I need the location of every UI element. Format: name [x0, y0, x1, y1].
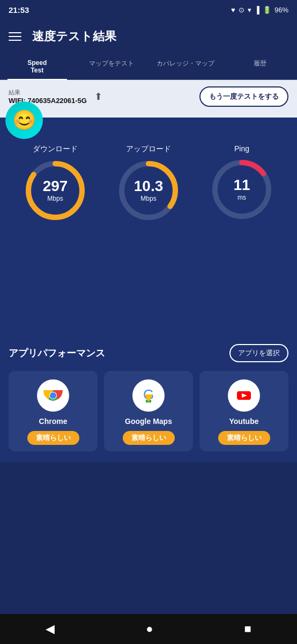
speed-area: 😊 ダウンロード 297 Mbps アップロード: [0, 118, 297, 239]
select-app-button[interactable]: アプリを選択: [229, 344, 288, 362]
tab-history[interactable]: 履歴: [223, 54, 298, 79]
maps-name: Google Maps: [125, 417, 172, 426]
chrome-rating: 素晴らしい: [27, 431, 79, 445]
nav-home-button[interactable]: ●: [142, 618, 157, 640]
battery-percent: 96%: [274, 6, 288, 14]
metric-download: ダウンロード 297 Mbps: [23, 144, 87, 223]
ping-label: Ping: [234, 144, 249, 153]
metric-ping: Ping 11 ms: [210, 144, 274, 222]
battery-icon: 🔋: [263, 6, 271, 14]
menu-button[interactable]: [9, 32, 21, 41]
youtube-rating: 素晴らしい: [218, 431, 270, 445]
apps-row: Chrome 素晴らしい G Google Maps 素晴らしい: [9, 371, 288, 451]
app-card-google-maps: G Google Maps 素晴らしい: [104, 371, 193, 451]
upload-label: アップロード: [126, 144, 171, 154]
nav-back-button[interactable]: ◀: [41, 618, 59, 640]
location-icon: ⊙: [239, 6, 244, 14]
download-unit: Mbps: [47, 195, 63, 202]
download-value: 297: [43, 179, 68, 194]
tab-map-test[interactable]: マップをテスト: [75, 54, 149, 79]
app-performance-section: アプリパフォーマンス アプリを選択 Chrome 素晴らしい: [0, 335, 297, 462]
status-bar: 21:53 ♥ ⊙ ▾ ▐ 🔋 96%: [0, 0, 297, 19]
upload-unit: Mbps: [140, 195, 156, 202]
app-section-header: アプリパフォーマンス アプリを選択: [9, 344, 288, 362]
result-label: 結果: [9, 89, 87, 97]
download-gauge: 297 Mbps: [23, 158, 87, 223]
app-title: 速度テスト結果: [32, 28, 116, 45]
nav-recent-button[interactable]: ■: [240, 618, 256, 640]
ping-value: 11: [233, 178, 250, 193]
wifi-icon: ▾: [248, 6, 251, 14]
retest-button[interactable]: もう一度テストをする: [199, 86, 288, 107]
youtube-name: Youtube: [229, 417, 259, 426]
result-header: 結果 WIFI: 740635A22061-5G ⬆ もう一度テストをする: [0, 80, 297, 118]
google-maps-icon: G: [132, 379, 165, 412]
app-section-title: アプリパフォーマンス: [9, 347, 105, 360]
app-card-youtube: Youtube 素晴らしい: [199, 371, 288, 451]
app-card-chrome: Chrome 素晴らしい: [9, 371, 98, 451]
navigation-bar: ◀ ● ■: [0, 614, 297, 644]
youtube-icon: [228, 379, 260, 412]
metrics-row: ダウンロード 297 Mbps アップロード: [9, 144, 288, 223]
spacer: [0, 239, 297, 335]
app-bar: 速度テスト結果: [0, 19, 297, 54]
status-icons: ♥ ⊙ ▾ ▐ 🔋 96%: [231, 6, 288, 14]
upload-gauge: 10.3 Mbps: [116, 158, 181, 223]
status-time: 21:53: [9, 5, 29, 14]
chrome-icon: [37, 379, 69, 412]
mascot: 😊: [5, 101, 43, 139]
share-icon[interactable]: ⬆: [94, 91, 102, 103]
maps-rating: 素晴らしい: [123, 431, 175, 445]
mascot-face: 😊: [12, 109, 36, 131]
tabs-bar: SpeedTest マップをテスト カバレッジ・マップ 履歴: [0, 54, 297, 80]
chrome-name: Chrome: [39, 417, 68, 426]
download-label: ダウンロード: [33, 144, 78, 154]
tab-coverage-map[interactable]: カバレッジ・マップ: [148, 54, 223, 79]
signal-icon: ▐: [255, 6, 259, 14]
upload-value: 10.3: [134, 179, 164, 194]
svg-point-9: [50, 392, 56, 399]
metric-upload: アップロード 10.3 Mbps: [116, 144, 181, 223]
ping-unit: ms: [237, 194, 246, 201]
ping-gauge: 11 ms: [210, 157, 274, 222]
tab-speed-test[interactable]: SpeedTest: [0, 54, 75, 79]
mascot-circle: 😊: [5, 101, 43, 139]
heart-icon: ♥: [231, 6, 235, 14]
